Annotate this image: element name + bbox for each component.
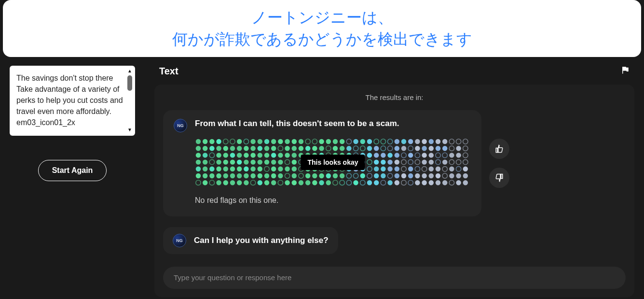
main-layout: The savings don't stop there Take advant…: [0, 61, 644, 297]
main-header: Text: [154, 61, 634, 85]
svg-point-25: [367, 139, 372, 143]
svg-point-57: [312, 146, 317, 151]
svg-point-115: [436, 153, 440, 157]
svg-point-114: [429, 153, 434, 157]
flag-icon[interactable]: [621, 66, 630, 77]
svg-point-146: [374, 159, 379, 164]
svg-point-219: [326, 173, 331, 178]
input-pill[interactable]: [163, 267, 626, 289]
svg-point-27: [381, 139, 385, 143]
svg-point-48: [250, 146, 255, 151]
svg-point-160: [196, 166, 201, 171]
svg-point-16: [305, 139, 310, 143]
svg-point-0: [196, 139, 201, 143]
svg-point-36: [442, 139, 447, 143]
start-again-button[interactable]: Start Again: [38, 160, 107, 181]
scrollbar[interactable]: ▲ ▼: [126, 68, 133, 134]
svg-point-228: [387, 173, 392, 178]
scroll-down-icon[interactable]: ▼: [127, 127, 132, 134]
svg-point-197: [449, 166, 454, 171]
svg-point-243: [216, 180, 221, 185]
svg-point-31: [408, 139, 413, 143]
svg-point-192: [415, 166, 420, 171]
scroll-up-icon[interactable]: ▲: [127, 68, 132, 75]
svg-point-39: [463, 139, 468, 143]
svg-point-122: [209, 159, 214, 164]
svg-point-3: [216, 139, 221, 143]
svg-point-224: [360, 173, 365, 178]
svg-point-70: [401, 146, 406, 151]
svg-point-153: [422, 159, 426, 164]
thumbs-up-button[interactable]: [489, 139, 509, 159]
svg-point-198: [456, 166, 461, 171]
svg-point-211: [271, 173, 276, 178]
svg-point-84: [223, 153, 228, 157]
svg-point-268: [387, 180, 392, 185]
svg-point-74: [429, 146, 434, 151]
chat-input[interactable]: [174, 273, 615, 282]
svg-point-49: [258, 146, 262, 151]
svg-point-257: [312, 180, 317, 185]
svg-point-205: [230, 173, 235, 178]
svg-point-108: [387, 153, 392, 157]
svg-point-186: [374, 166, 379, 171]
svg-point-252: [278, 180, 283, 185]
svg-point-261: [340, 180, 344, 185]
svg-point-189: [395, 166, 399, 171]
svg-point-245: [230, 180, 235, 185]
svg-point-271: [408, 180, 413, 185]
svg-point-159: [463, 159, 468, 164]
followup-text: Can I help you with anything else?: [194, 236, 329, 245]
followup-bubble: NG Can I help you with anything else?: [163, 227, 338, 254]
svg-point-20: [333, 139, 338, 143]
svg-point-120: [196, 159, 201, 164]
svg-point-260: [333, 180, 338, 185]
svg-point-151: [408, 159, 413, 164]
svg-point-227: [381, 173, 385, 178]
svg-point-148: [387, 159, 392, 164]
svg-point-67: [381, 146, 385, 151]
svg-point-111: [408, 153, 413, 157]
svg-point-81: [203, 153, 207, 157]
result-row: NG From what I can tell, this doesn't se…: [163, 110, 626, 216]
svg-point-232: [415, 173, 420, 178]
sample-text-box[interactable]: The savings don't stop there Take advant…: [10, 66, 135, 136]
svg-point-259: [326, 180, 331, 185]
svg-point-125: [230, 159, 235, 164]
svg-point-212: [278, 173, 283, 178]
svg-point-213: [285, 173, 289, 178]
svg-point-234: [429, 173, 434, 178]
scroll-thumb[interactable]: [127, 75, 132, 91]
thumbs-down-button[interactable]: [489, 168, 509, 188]
svg-point-45: [230, 146, 235, 151]
svg-point-218: [319, 173, 324, 178]
svg-point-240: [196, 180, 201, 185]
svg-point-215: [299, 173, 303, 178]
svg-point-214: [292, 173, 297, 178]
svg-point-6: [237, 139, 242, 143]
svg-point-43: [216, 146, 221, 151]
svg-point-208: [250, 173, 255, 178]
svg-point-246: [237, 180, 242, 185]
svg-point-216: [305, 173, 310, 178]
svg-point-76: [442, 146, 447, 151]
main-panel: Text The results are in: NG From what I …: [145, 61, 644, 297]
svg-point-147: [381, 159, 385, 164]
svg-point-88: [250, 153, 255, 157]
svg-point-265: [367, 180, 372, 185]
svg-point-18: [319, 139, 324, 143]
svg-point-41: [203, 146, 207, 151]
svg-point-230: [401, 173, 406, 178]
svg-point-37: [449, 139, 454, 143]
svg-point-87: [244, 153, 248, 157]
svg-point-118: [456, 153, 461, 157]
svg-point-248: [250, 180, 255, 185]
svg-point-42: [209, 146, 214, 151]
svg-point-112: [415, 153, 420, 157]
svg-point-200: [196, 173, 201, 178]
svg-point-68: [387, 146, 392, 151]
svg-point-237: [449, 173, 454, 178]
svg-point-156: [442, 159, 447, 164]
svg-point-54: [292, 146, 297, 151]
svg-point-223: [353, 173, 358, 178]
